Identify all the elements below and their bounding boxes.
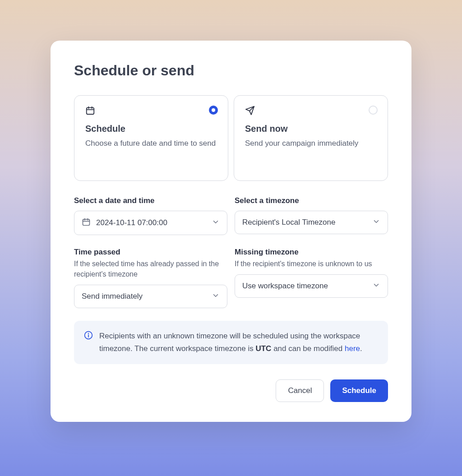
time-passed-label: Time passed — [74, 248, 227, 257]
timezone-value: Recipient's Local Timezone — [242, 218, 335, 227]
send-now-option-desc: Send your campaign immediately — [245, 138, 377, 149]
datetime-value: 2024-10-11 07:00:00 — [96, 218, 167, 227]
timezone-col: Select a timezone Recipient's Local Time… — [235, 196, 388, 235]
info-period: . — [360, 344, 362, 353]
send-now-radio[interactable] — [369, 106, 378, 115]
missing-tz-sublabel: If the recipient's timezone is unknown t… — [235, 259, 388, 269]
timezone-info-box: Recipients with an unknown timezone will… — [74, 321, 388, 364]
datetime-timezone-row: Select a date and time 2024-10-11 07:00:… — [74, 196, 388, 235]
button-row: Cancel Schedule — [74, 379, 388, 402]
fallback-row: Time passed If the selected time has alr… — [74, 248, 388, 308]
info-text: Recipients with an unknown timezone will… — [99, 330, 378, 355]
info-here-link[interactable]: here — [345, 344, 360, 353]
calendar-icon — [85, 106, 217, 117]
chevron-down-icon — [212, 218, 220, 228]
schedule-modal: Schedule or send Schedule Choose a futur… — [51, 41, 411, 422]
time-passed-col: Time passed If the selected time has alr… — [74, 248, 227, 308]
chevron-down-icon — [212, 291, 220, 301]
svg-point-10 — [88, 333, 89, 334]
timezone-label: Select a timezone — [235, 196, 388, 205]
send-now-option-card[interactable]: Send now Send your campaign immediately — [234, 95, 388, 181]
missing-tz-col: Missing timezone If the recipient's time… — [235, 248, 388, 308]
info-text-bold: UTC — [255, 344, 271, 353]
send-icon — [245, 106, 377, 117]
info-text-after: and can be modified — [271, 344, 345, 353]
datetime-col: Select a date and time 2024-10-11 07:00:… — [74, 196, 227, 235]
schedule-button[interactable]: Schedule — [330, 379, 388, 402]
time-passed-value: Send immediately — [82, 292, 143, 301]
time-passed-select[interactable]: Send immediately — [74, 285, 227, 308]
svg-rect-0 — [87, 108, 94, 115]
send-option-row: Schedule Choose a future date and time t… — [74, 95, 388, 181]
calendar-small-icon — [82, 217, 91, 228]
send-now-option-title: Send now — [245, 124, 377, 134]
datetime-label: Select a date and time — [74, 196, 227, 205]
time-passed-sublabel: If the selected time has already passed … — [74, 259, 227, 279]
missing-tz-label: Missing timezone — [235, 248, 388, 257]
chevron-down-icon — [372, 281, 380, 291]
svg-rect-4 — [83, 219, 90, 225]
schedule-option-title: Schedule — [85, 124, 217, 134]
modal-title: Schedule or send — [74, 62, 388, 79]
schedule-option-desc: Choose a future date and time to send — [85, 138, 217, 149]
missing-tz-value: Use workspace timezone — [242, 282, 328, 291]
timezone-select[interactable]: Recipient's Local Timezone — [235, 211, 388, 234]
missing-tz-select[interactable]: Use workspace timezone — [235, 274, 388, 298]
cancel-button[interactable]: Cancel — [276, 379, 324, 402]
info-icon — [84, 331, 93, 355]
datetime-select[interactable]: 2024-10-11 07:00:00 — [74, 211, 227, 235]
schedule-radio[interactable] — [209, 106, 218, 115]
schedule-option-card[interactable]: Schedule Choose a future date and time t… — [74, 95, 228, 181]
chevron-down-icon — [372, 217, 380, 227]
